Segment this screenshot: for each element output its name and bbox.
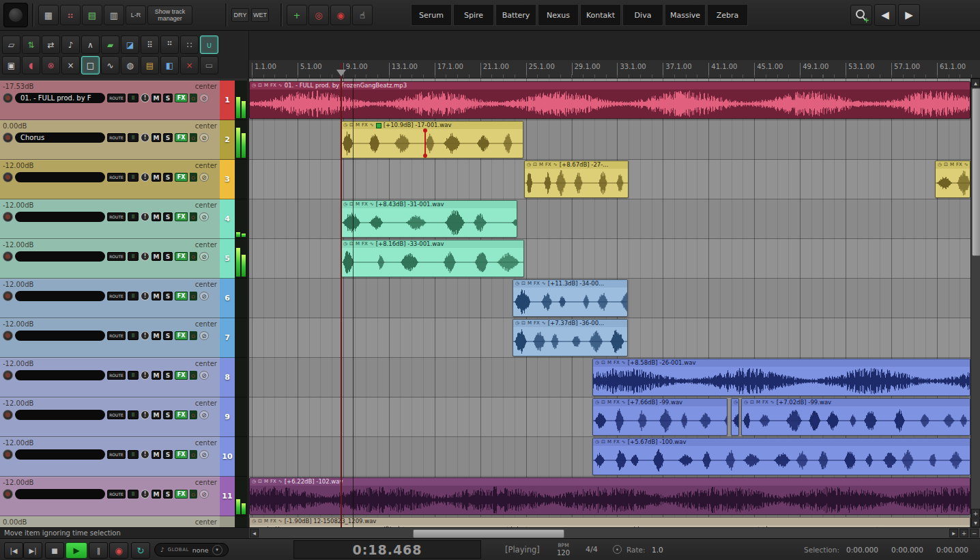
fx-button[interactable]: FX xyxy=(175,490,188,499)
media-item[interactable]: ◷⊡MFX∿[+6.22dB] -102.wav xyxy=(249,477,970,515)
zoom-tool-button[interactable]: + xyxy=(850,5,872,25)
scroll-up-button[interactable]: ▲ xyxy=(971,79,980,87)
record-arm-button[interactable] xyxy=(3,331,13,341)
screenset-icon[interactable]: ▥ xyxy=(104,5,124,25)
mute-item-icon[interactable]: ⊗ xyxy=(42,56,60,74)
route-button[interactable]: ROUTE xyxy=(107,331,126,340)
track-name-input[interactable]: 01. - FULL prod. by F xyxy=(15,93,105,103)
plugin-button-serum[interactable]: Serum xyxy=(411,4,452,26)
track-name-input[interactable] xyxy=(15,331,105,341)
route-button[interactable]: ROUTE xyxy=(107,133,126,142)
fx-button[interactable]: FX xyxy=(175,292,188,300)
io-matrix-icon[interactable]: ⠿ xyxy=(128,450,139,459)
monitor-button[interactable]: ! xyxy=(141,173,149,182)
color-items-icon[interactable]: ▤ xyxy=(141,56,159,74)
solo-button[interactable]: S xyxy=(163,331,173,340)
route-button[interactable]: ROUTE xyxy=(107,490,126,499)
mute-button[interactable]: M xyxy=(152,371,161,380)
track-number[interactable]: 10 xyxy=(220,437,235,477)
go-to-end-button[interactable]: ▶| xyxy=(23,542,42,559)
lock-icon[interactable]: ▣ xyxy=(2,56,20,74)
envelope-button[interactable]: ⊘ xyxy=(199,173,209,182)
media-item[interactable]: ◷⊡MFX∿[-1.90dB] 12-150823_1209.wav xyxy=(249,517,970,527)
go-to-start-button[interactable]: |◀ xyxy=(4,542,23,559)
fx-bypass-button[interactable]: ○ xyxy=(190,292,197,300)
record-arm-button[interactable] xyxy=(3,212,13,222)
route-button[interactable]: ROUTE xyxy=(107,212,126,221)
io-matrix-icon[interactable]: ⠿ xyxy=(128,133,139,142)
io-matrix-icon[interactable]: ⠿ xyxy=(128,252,139,261)
mute-button[interactable]: M xyxy=(152,212,161,221)
solo-button[interactable]: S xyxy=(163,292,173,300)
timeline-ruler[interactable]: 1.1.005.1.009.1.0013.1.0017.1.0021.1.002… xyxy=(249,60,980,79)
track-name-input[interactable] xyxy=(15,370,105,380)
envelope-button[interactable]: ⊘ xyxy=(199,292,209,300)
solo-button[interactable]: S xyxy=(163,94,173,102)
media-item[interactable]: ◷⊡MFX∿ xyxy=(731,398,739,436)
marquee-select-icon[interactable]: □ xyxy=(81,56,100,74)
solo-button[interactable]: S xyxy=(163,133,173,142)
horizontal-scrollbar-thumb[interactable] xyxy=(413,529,564,538)
play-button[interactable]: ▶ xyxy=(66,542,87,559)
time-signature[interactable]: 4/4 xyxy=(586,545,598,554)
snap-magnet-icon[interactable]: ∪ xyxy=(200,36,218,54)
io-matrix-icon[interactable]: ⠿ xyxy=(128,490,139,499)
rate-value[interactable]: 1.0 xyxy=(652,546,663,554)
track-number[interactable]: 4 xyxy=(220,199,235,239)
track-name-input[interactable] xyxy=(15,489,105,499)
track-name-input[interactable] xyxy=(15,449,105,460)
dropdown-arrow-icon[interactable]: ▾ xyxy=(212,545,222,555)
fx-button[interactable]: FX xyxy=(175,252,188,261)
track-name-input[interactable] xyxy=(15,251,105,262)
stretch-marker[interactable] xyxy=(424,129,426,157)
io-matrix-icon[interactable]: ⠿ xyxy=(128,94,139,102)
record-arm-button[interactable] xyxy=(3,172,13,182)
monitor-button[interactable]: ! xyxy=(141,371,149,380)
track-name-input[interactable]: Chorus xyxy=(15,132,105,143)
mute-button[interactable]: M xyxy=(152,94,161,102)
nav-forward-icon[interactable]: ▶ xyxy=(898,4,920,26)
media-item[interactable]: ◷⊡MFX∿[+5.67dB] -100.wav xyxy=(592,438,970,475)
playback-settings-dropdown[interactable]: ♪ GLOBAL none ▾ xyxy=(154,543,229,557)
track-number[interactable]: 12 xyxy=(220,516,235,527)
scroll-down-button[interactable]: ▼ xyxy=(971,518,980,527)
solo-button[interactable]: S xyxy=(163,490,173,499)
repeat-button[interactable]: ↻ xyxy=(131,542,150,559)
horizontal-zoom-out-button[interactable]: − xyxy=(970,529,979,537)
fx-bypass-button[interactable]: ○ xyxy=(190,371,197,380)
time-display[interactable]: 0:18.468 xyxy=(293,540,481,559)
move-item-icon[interactable]: ⇄ xyxy=(42,36,60,54)
record-arm-button[interactable] xyxy=(3,489,13,499)
record-arm-button[interactable] xyxy=(3,251,13,262)
media-item[interactable]: ◷⊡MFX∿[+7.37dB] -36-00... xyxy=(513,319,628,356)
envelope-button[interactable]: ⊘ xyxy=(199,212,209,221)
monitor-button[interactable]: ! xyxy=(141,450,149,459)
track-number[interactable]: 3 xyxy=(220,160,235,199)
fx-button[interactable]: FX xyxy=(175,331,188,340)
solo-button[interactable]: S xyxy=(163,212,173,221)
dry-button[interactable]: DRY xyxy=(231,8,249,22)
mixer-grid-icon[interactable]: ▦ xyxy=(38,5,59,25)
midi-note-icon[interactable]: ♪ xyxy=(61,36,80,54)
selection-start[interactable]: 0:00.000 xyxy=(846,546,878,554)
track-number[interactable]: 7 xyxy=(220,318,235,358)
track-number[interactable]: 9 xyxy=(220,397,235,437)
envelope-button[interactable]: ⊘ xyxy=(199,94,209,102)
media-item[interactable]: ◷⊡MFX∿[+8.67dB] -27-... xyxy=(524,160,629,198)
mute-button[interactable]: M xyxy=(152,331,161,340)
horizontal-scrollbar[interactable]: ◀ ▶ + − xyxy=(249,527,980,538)
vertical-scrollbar-thumb[interactable] xyxy=(972,88,980,256)
envelope-button[interactable]: ⊘ xyxy=(199,133,209,142)
envelope-button[interactable]: ⊘ xyxy=(199,331,209,340)
io-matrix-icon[interactable]: ⠿ xyxy=(128,212,139,221)
media-item[interactable]: ◷⊡MFX∿[+11.3dB] -34-00... xyxy=(513,279,628,317)
delete-item-icon[interactable]: × xyxy=(61,56,80,74)
mute-button[interactable]: M xyxy=(152,292,161,300)
media-item[interactable]: ◷⊡MFX∿[+7.02dB] -99.wav xyxy=(741,398,970,436)
route-button[interactable]: ROUTE xyxy=(107,94,126,102)
metronome-icon[interactable]: ◍ xyxy=(121,56,139,74)
monitor-button[interactable]: ! xyxy=(141,331,149,340)
record-arm-button[interactable] xyxy=(3,370,13,380)
route-button[interactable]: ROUTE xyxy=(107,292,126,300)
grid-dots-icon[interactable]: ⠿ xyxy=(141,36,159,54)
